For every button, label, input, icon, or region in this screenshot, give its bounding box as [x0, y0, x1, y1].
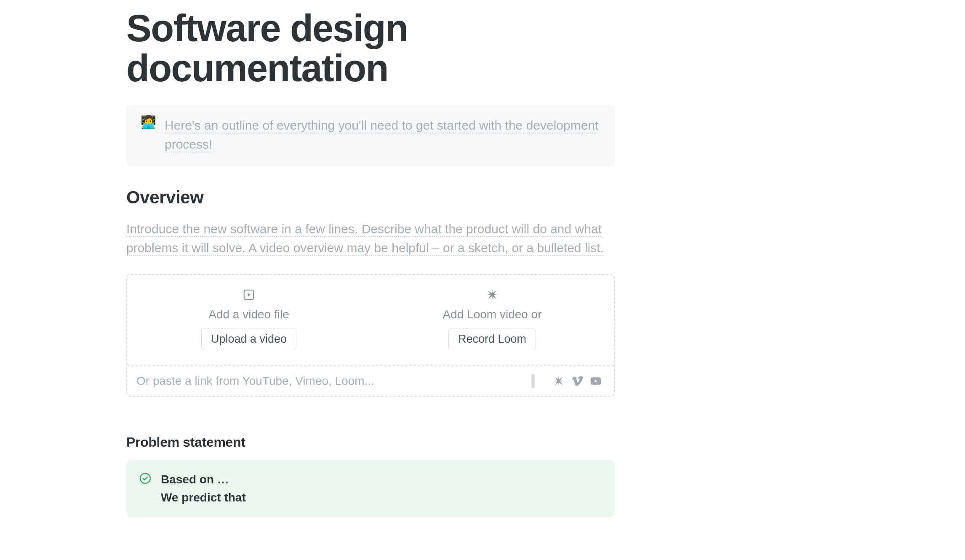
loom-icon: [486, 288, 498, 301]
problem-line1-suffix: …: [214, 473, 229, 486]
problem-text: Based on … We predict that: [161, 470, 246, 507]
problem-statement-block[interactable]: Based on … We predict that: [126, 460, 615, 517]
video-upload-row: Add a video file Upload a video Add Loom…: [127, 275, 614, 365]
youtube-provider-icon: [589, 375, 602, 387]
page-title[interactable]: Software design documentation: [126, 8, 615, 88]
vimeo-provider-icon: [571, 375, 584, 387]
callout-text: Here's an outline of everything you'll n…: [165, 118, 598, 152]
video-file-label: Add a video file: [208, 308, 289, 321]
loom-provider-icon: [552, 375, 565, 387]
video-link-input[interactable]: [136, 374, 522, 388]
video-loom-column: Add Loom video or Record Loom: [371, 288, 614, 350]
video-play-icon: [243, 288, 255, 301]
problem-line2: We predict that: [161, 488, 246, 507]
divider: [531, 374, 535, 388]
overview-placeholder[interactable]: Introduce the new software in a few line…: [126, 219, 615, 257]
check-circle-icon: [139, 472, 152, 485]
video-link-row: [127, 365, 614, 396]
video-file-column: Add a video file Upload a video: [127, 288, 371, 350]
technologist-icon: 👩‍💻: [141, 116, 156, 154]
problem-line1-prefix: Based on: [161, 473, 214, 486]
record-loom-button[interactable]: Record Loom: [448, 328, 536, 350]
svg-point-1: [140, 473, 150, 483]
overview-heading[interactable]: Overview: [126, 187, 615, 208]
upload-video-button[interactable]: Upload a video: [201, 328, 296, 350]
document-page: Software design documentation 👩‍💻 Here's…: [126, 0, 615, 517]
problem-heading[interactable]: Problem statement: [126, 435, 615, 450]
video-embed-block: Add a video file Upload a video Add Loom…: [126, 274, 615, 397]
intro-callout[interactable]: 👩‍💻 Here's an outline of everything you'…: [126, 105, 615, 166]
video-loom-label: Add Loom video or: [443, 308, 541, 321]
provider-icons: [552, 375, 602, 387]
